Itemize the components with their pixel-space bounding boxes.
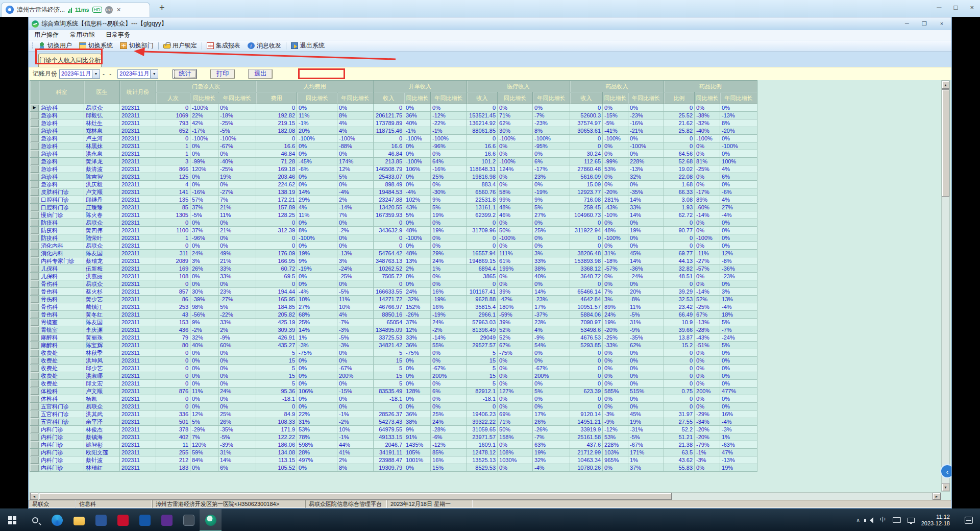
message-button[interactable]: i 消息收发 xyxy=(244,40,285,51)
table-row[interactable]: 儿保科伍新梅20231116926%33%60.72-19%-24%10262.… xyxy=(30,265,757,273)
table-row[interactable]: 急诊科林黑妹20231110%-67%16.60%-88%16.60%-96%1… xyxy=(30,142,757,150)
taskbar-app-active[interactable] xyxy=(200,509,222,531)
volume-icon[interactable] xyxy=(867,517,873,523)
row-indicator[interactable] xyxy=(30,357,39,365)
chevron-down-icon[interactable]: ▼ xyxy=(150,70,158,78)
table-row[interactable]: 内科专家门诊蔡瑞龙20231120893%21%166.959%3%348763… xyxy=(30,257,757,265)
scroll-down-icon[interactable]: ▼ xyxy=(942,483,949,491)
table-row[interactable]: 防疫科黄四伟202311110037%21%312.398%-2%343632.… xyxy=(30,227,757,234)
table-row[interactable]: 内科门诊蔡针波20231121284%14%113.15497%2%23988.… xyxy=(30,456,757,464)
taskbar-search-button[interactable] xyxy=(24,509,46,531)
table-row[interactable]: 骨伤科戴镇江20231125398%5%184.8527%10%46766.97… xyxy=(30,303,757,311)
taskbar-app-4[interactable] xyxy=(112,509,134,531)
table-row[interactable]: 胃镜室陈友国2023111539%33%425.1925%-7%6505437%… xyxy=(30,319,757,326)
scroll-up-icon[interactable]: ▲ xyxy=(942,81,949,89)
table-row[interactable]: 慢病门诊陈火春2023111305-5%11%128.2511%7%167359… xyxy=(30,211,757,219)
row-indicator[interactable] xyxy=(30,188,39,196)
table-row[interactable]: 急诊科陈吉智2023111250%19%203.460%5%25433.070%… xyxy=(30,173,757,181)
row-indicator[interactable] xyxy=(30,319,39,326)
row-indicator[interactable] xyxy=(30,380,39,388)
row-indicator[interactable] xyxy=(30,234,39,242)
table-row[interactable]: 急诊科邱毅弘202311106922%-18%192.8211%8%206121… xyxy=(30,112,757,119)
table-row[interactable]: 急诊科洪永泉20231110%0%46.840%0%46.840%0%16.60… xyxy=(30,150,757,158)
row-indicator[interactable] xyxy=(30,441,39,449)
table-row[interactable]: 内科门诊林瑞红2023111830%6%105.520%8%19309.790%… xyxy=(30,464,757,472)
exit-system-button[interactable]: 退出系统 xyxy=(287,40,328,51)
notification-center-icon[interactable] xyxy=(965,517,973,524)
table-row[interactable]: 体检科杨凯20231100%0%-18.10%0%-18.10%0%-18.10… xyxy=(30,395,757,403)
table-row[interactable]: 内科门诊欧阳文莲20231125559%31%134.0828%41%34191… xyxy=(30,449,757,456)
row-indicator[interactable] xyxy=(30,211,39,219)
tab-close-icon[interactable]: × xyxy=(117,6,121,13)
row-indicator[interactable] xyxy=(30,349,39,357)
row-indicator[interactable] xyxy=(30,158,39,165)
row-indicator[interactable] xyxy=(30,326,39,334)
row-indicator[interactable] xyxy=(30,127,39,135)
table-row[interactable]: 骨伤科蔡火杉20231185730%23%194.44-4%-5%166633.… xyxy=(30,288,757,296)
table-row[interactable]: 收费处邱少艺20231100%0%50%-67%50%-67%50%-67%00… xyxy=(30,365,757,372)
table-row[interactable]: 消化内科陈友国20231131124%49%176.0919%-13%54764… xyxy=(30,250,757,257)
start-button[interactable] xyxy=(0,509,24,531)
table-row[interactable]: 急诊科卢主河2023110-100%-100%0-100%-100%0-100%… xyxy=(30,135,757,142)
table-row[interactable]: 消化内科易联众20231100%0%00%0%00%0%00%0%00%0%00… xyxy=(30,242,757,250)
row-indicator[interactable] xyxy=(30,288,39,296)
table-row[interactable]: 口腔科门诊庄臻臻2023118537%21%157.894%-14%13420.… xyxy=(30,204,757,211)
table-row[interactable]: 皮肤科门诊卢文顺202311141-16%-27%138.1914%-4%194… xyxy=(30,188,757,196)
table-row[interactable]: 内科门诊林俊杰202311378-29%-35%171.953%10%64979… xyxy=(30,426,757,433)
menu-daily-tasks[interactable]: 日常事务 xyxy=(100,31,136,39)
integrated-report-button[interactable]: 集成报表 xyxy=(203,40,244,51)
row-indicator[interactable] xyxy=(30,250,39,257)
taskbar-app-5[interactable] xyxy=(134,509,156,531)
scroll-left-icon[interactable]: ◄ xyxy=(30,493,38,500)
table-row[interactable]: 麻醉科黄丽珠2023117932%-9%426.911%-5%33725.533… xyxy=(30,334,757,342)
table-row[interactable]: 麻醉科陈宝辉2023118040%60%435.27-3%-3%34821.42… xyxy=(30,342,757,349)
start-month-select[interactable]: 2023年11月 ▼ xyxy=(59,69,100,79)
taskbar-app-2[interactable] xyxy=(68,509,90,531)
table-row[interactable]: ▶急诊科易联众2023110-100%0%00%0%00%0%00%0%00%0… xyxy=(30,104,757,112)
row-indicator[interactable] xyxy=(30,456,39,464)
row-indicator[interactable] xyxy=(30,227,39,234)
keyboard-icon[interactable] xyxy=(893,517,901,523)
table-row[interactable]: 急诊科黄泽龙2023113-99%-40%71.28-45%174%213.85… xyxy=(30,158,757,165)
row-indicator[interactable] xyxy=(30,142,39,150)
network-icon[interactable] xyxy=(908,518,915,523)
user-lock-button[interactable]: 用户锁定 xyxy=(160,40,201,51)
taskbar-app-7[interactable] xyxy=(178,509,200,531)
table-row[interactable]: 五官科门诊洪其武20231133612%25%84.922%-1%28526.3… xyxy=(30,411,757,418)
table-row[interactable]: 急诊科郑林泉202311652-17%-5%182.0820%4%118715.… xyxy=(30,127,757,135)
switch-department-button[interactable]: 切换部门 xyxy=(116,40,157,51)
row-indicator[interactable] xyxy=(30,372,39,380)
row-indicator[interactable] xyxy=(30,135,39,142)
browser-tab[interactable]: 漳州古雷港经济... 11ms HD RU × xyxy=(1,2,150,17)
row-indicator[interactable] xyxy=(30,204,39,211)
row-indicator[interactable] xyxy=(30,181,39,188)
row-indicator[interactable] xyxy=(30,303,39,311)
table-row[interactable]: 体检科卢文顺20231187611%24%95.36106%-15%83535.… xyxy=(30,388,757,395)
table-row[interactable]: 胃镜室李庆渊202311436-2%2%309.3914%-3%134895.0… xyxy=(30,326,757,334)
row-indicator[interactable] xyxy=(30,219,39,227)
row-indicator[interactable] xyxy=(30,449,39,456)
table-row[interactable]: 儿保科洪燕丽2023111080%33%69.50%-25%7505.720%0… xyxy=(30,273,757,280)
row-indicator[interactable] xyxy=(30,242,39,250)
row-indicator[interactable] xyxy=(30,119,39,127)
table-row[interactable]: 内科门诊姚智彬20231111120%-39%186.06598%44%2046… xyxy=(30,441,757,449)
table-row[interactable]: 收费处邱文宏20231100%0%50%0%50%0%50%0%00%0%00%… xyxy=(30,380,757,388)
table-row[interactable]: 收费处洪坤凤20231100%0%150%0%150%0%150%0%00%0%… xyxy=(30,357,757,365)
menu-user-operations[interactable]: 用户操作 xyxy=(29,31,64,39)
table-row[interactable]: 五官科门诊易联众20231100%0%00%0%00%0%00%0%00%0%0… xyxy=(30,403,757,411)
browser-close-button[interactable]: × xyxy=(970,4,974,11)
table-row[interactable]: 骨伤科黄冬红20231143-56%-22%205.8268%4%8850.16… xyxy=(30,311,757,319)
print-button[interactable]: 打印 xyxy=(210,69,235,79)
row-indicator[interactable] xyxy=(30,280,39,288)
table-row[interactable]: 急诊科蔡清波202311866120%-25%169.18-6%12%14650… xyxy=(30,165,757,173)
row-indicator[interactable] xyxy=(30,395,39,403)
table-row[interactable]: 骨伤科黄少艺20231186-39%-27%165.9510%11%14271.… xyxy=(30,296,757,303)
table-row[interactable]: 急诊科林灶生20231179342%-25%219.15-1%4%173789.… xyxy=(30,119,757,127)
table-row[interactable]: 防疫科易联众20231100%0%00%0%00%0%00%0%00%0%00%… xyxy=(30,219,757,227)
menu-common-functions[interactable]: 常用功能 xyxy=(64,31,100,39)
row-indicator[interactable] xyxy=(30,173,39,181)
stat-button[interactable]: 统计 xyxy=(173,69,197,79)
row-indicator[interactable] xyxy=(30,150,39,158)
table-row[interactable]: 口腔科门诊邱继丹20231113557%7%172.2129%2%23247.8… xyxy=(30,196,757,204)
panel-toggle-button[interactable]: ‹ xyxy=(940,464,951,478)
